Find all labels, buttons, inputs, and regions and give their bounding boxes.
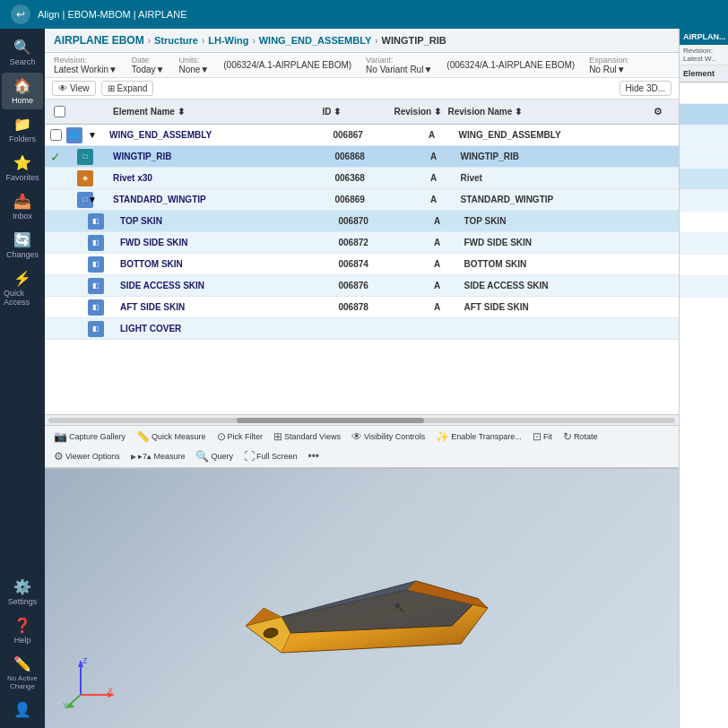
horizontal-scrollbar[interactable] bbox=[45, 414, 679, 425]
more-btn[interactable]: ••• bbox=[304, 448, 323, 464]
bc-lh-wing[interactable]: LH-Wing bbox=[208, 35, 248, 46]
table-row[interactable]: ◧ FWD SIDE SKIN 006872 A FWD SIDE SKIN bbox=[45, 232, 679, 254]
table-row[interactable]: ◧ TOP SKIN 006870 A TOP SKIN bbox=[45, 211, 679, 232]
sidebar-label-inbox: Inbox bbox=[13, 212, 32, 221]
right-row bbox=[680, 255, 728, 276]
capture-gallery-btn[interactable]: 📷 Capture Gallery bbox=[50, 429, 129, 445]
sidebar: 🔍 Search 🏠 Home 📁 Folders ⭐ Favorites 📥 … bbox=[0, 29, 45, 728]
view-button[interactable]: 👁 View bbox=[52, 81, 96, 96]
table-row[interactable]: 🌐 ▼ WING_END_ASSEMBLY 006867 A WING_END_… bbox=[45, 125, 679, 146]
table-row[interactable]: ◧ BOTTOM SKIN 006874 A BOTTOM SKIN bbox=[45, 254, 679, 275]
revision-bar: Revision: Latest Workin▼ Date: Today▼ Un… bbox=[45, 53, 679, 78]
bc-wing-end[interactable]: WING_END_ASSEMBLY bbox=[259, 35, 372, 46]
col-element-name: Element Name ⬍ bbox=[113, 107, 185, 117]
row-revname: STANDARD_WINGTIP bbox=[461, 195, 554, 204]
sidebar-item-folders[interactable]: 📁 Folders bbox=[2, 111, 43, 148]
sidebar-label-home: Home bbox=[12, 96, 33, 105]
right-panel-title: AIRPLAN... bbox=[683, 32, 726, 41]
table-row[interactable]: ◈ Rivet x30 006368 A Rivet bbox=[45, 168, 679, 189]
row-rev: A bbox=[429, 130, 435, 140]
rotate-btn[interactable]: ↻ Rotate bbox=[559, 429, 602, 445]
sidebar-label-no-active-change: No Active Change bbox=[4, 674, 41, 690]
settings-icon: ⚙️ bbox=[13, 578, 31, 595]
z-label: Z bbox=[82, 656, 88, 665]
col-settings-icon[interactable]: ⚙ bbox=[654, 106, 663, 117]
hide3d-button[interactable]: Hide 3D... bbox=[620, 81, 672, 96]
expand-toggle[interactable]: ▼ bbox=[88, 195, 97, 204]
enable-transparent-btn[interactable]: ✨ Enable Transpare... bbox=[432, 429, 525, 445]
table-row[interactable]: □ ▼ STANDARD_WINGTIP 006869 A STANDARD_W… bbox=[45, 189, 679, 211]
sidebar-item-settings[interactable]: ⚙️ Settings bbox=[2, 574, 43, 611]
query-btn[interactable]: 🔍 Query bbox=[192, 448, 237, 464]
right-row bbox=[680, 147, 728, 169]
row-revname: BOTTOM SKIN bbox=[464, 259, 527, 269]
right-panel-revbar: Revision: Latest W... bbox=[680, 45, 728, 65]
sidebar-item-user[interactable]: 👤 bbox=[2, 697, 43, 723]
row-revname: WINGTIP_RIB bbox=[461, 152, 520, 161]
right-row bbox=[680, 126, 728, 147]
expand-icon: ⊞ bbox=[108, 83, 115, 93]
right-row bbox=[680, 212, 728, 233]
sidebar-item-inbox[interactable]: 📥 Inbox bbox=[2, 188, 43, 225]
visibility-controls-label: Visibility Controls bbox=[364, 432, 425, 441]
sidebar-item-changes[interactable]: 🔄 Changes bbox=[2, 227, 43, 264]
sidebar-item-home[interactable]: 🏠 Home bbox=[2, 73, 43, 109]
viewer-options-btn[interactable]: ⚙ Viewer Options bbox=[50, 448, 124, 464]
enable-transparent-label: Enable Transpare... bbox=[451, 432, 522, 441]
user-icon: 👤 bbox=[13, 701, 31, 718]
standard-views-btn[interactable]: ⊞ Standard Views bbox=[270, 429, 344, 445]
row-icon: 🌐 bbox=[66, 127, 82, 143]
visibility-controls-btn[interactable]: 👁 Visibility Controls bbox=[348, 429, 429, 445]
row-revname: SIDE ACCESS SKIN bbox=[464, 281, 549, 290]
rotate-icon: ↻ bbox=[563, 430, 572, 443]
scrollbar-track bbox=[48, 418, 675, 423]
row-checkbox[interactable] bbox=[50, 129, 62, 141]
table-row[interactable]: ◧ AFT SIDE SKIN 006878 A AFT SIDE SKIN bbox=[45, 297, 679, 318]
right-panel-revision: Revision: Latest W... bbox=[683, 47, 717, 63]
row-rev: A bbox=[434, 238, 440, 247]
revision-label: Revision: bbox=[54, 56, 117, 65]
expand-button[interactable]: ⊞ Expand bbox=[101, 81, 154, 96]
select-all-checkbox[interactable] bbox=[54, 106, 65, 117]
table-row[interactable]: ◧ LIGHT COVER bbox=[45, 318, 679, 340]
row-name: SIDE ACCESS SKIN bbox=[120, 281, 204, 290]
units-label: Units: bbox=[178, 56, 209, 65]
viewer-canvas bbox=[45, 469, 679, 728]
sidebar-item-quick-access[interactable]: ⚡ Quick Access bbox=[2, 265, 43, 311]
inbox-icon: 📥 bbox=[13, 193, 31, 210]
fit-btn[interactable]: ⊡ Fit bbox=[529, 429, 556, 445]
sidebar-item-favorites[interactable]: ⭐ Favorites bbox=[2, 150, 43, 186]
quick-access-icon: ⚡ bbox=[13, 270, 31, 287]
units-item[interactable]: Units: None▼ bbox=[178, 56, 209, 74]
date-item[interactable]: Date: Today▼ bbox=[132, 56, 165, 74]
pick-filter-btn[interactable]: ⊙ Pick Filter bbox=[213, 429, 267, 445]
revision-item[interactable]: Revision: Latest Workin▼ bbox=[54, 56, 117, 74]
right-element-label: Element bbox=[683, 69, 715, 78]
expansion-item[interactable]: Expansion: No Rul▼ bbox=[589, 56, 629, 74]
sidebar-item-search[interactable]: 🔍 Search bbox=[2, 34, 43, 71]
bc-structure[interactable]: Structure bbox=[154, 35, 198, 46]
row-rev: A bbox=[434, 216, 440, 226]
col-id: ID ⬍ bbox=[323, 107, 342, 117]
sidebar-item-help[interactable]: ❓ Help bbox=[2, 612, 43, 649]
fullscreen-label: Full Screen bbox=[256, 452, 298, 461]
row-icon: ◈ bbox=[77, 170, 93, 186]
quick-measure-btn[interactable]: 📏 Quick Measure bbox=[133, 429, 210, 445]
sidebar-item-no-active-change[interactable]: ✏️ No Active Change bbox=[2, 651, 43, 695]
filter-icon: ⊙ bbox=[217, 430, 226, 443]
row-id: 006867 bbox=[334, 130, 363, 140]
right-panel-header: AIRPLAN... bbox=[680, 29, 728, 45]
scrollbar-thumb[interactable] bbox=[237, 418, 425, 423]
back-button[interactable]: ↩ bbox=[11, 4, 30, 24]
variant-item[interactable]: Variant: No Variant Rul▼ bbox=[366, 56, 432, 74]
row-icon: ◧ bbox=[88, 278, 104, 294]
right-row bbox=[680, 104, 728, 126]
measure-btn[interactable]: ▸ ▸7▴ Measure bbox=[127, 448, 189, 464]
table-row[interactable]: ◧ SIDE ACCESS SKIN 006876 A SIDE ACCESS … bbox=[45, 275, 679, 297]
fullscreen-btn[interactable]: ⛶ Full Screen bbox=[240, 448, 301, 464]
table-row[interactable]: ✓ □ WINGTIP_RIB 006868 A WINGTIP_RIB bbox=[45, 146, 679, 168]
right-row bbox=[680, 169, 728, 190]
eye-icon: 👁 bbox=[351, 430, 362, 443]
3d-viewer[interactable]: ↖ Z X Y bbox=[45, 468, 679, 728]
expand-toggle[interactable]: ▼ bbox=[88, 130, 97, 140]
